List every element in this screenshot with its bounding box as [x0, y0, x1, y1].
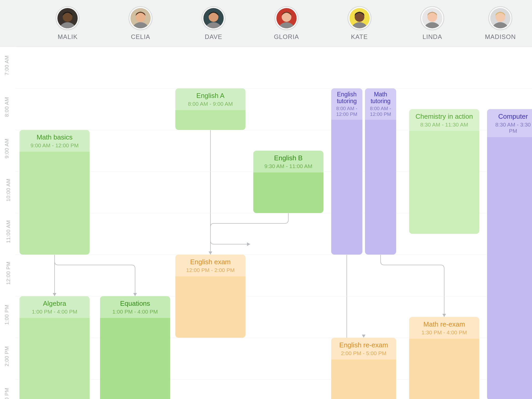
person-name: DAVE [205, 33, 222, 41]
people-header: MALIK CELIA DAVE GLORIA [0, 0, 532, 47]
event-english-b[interactable]: English B9:30 AM - 11:00 AM [253, 151, 323, 213]
event-title: English re-exam [335, 341, 392, 349]
connector-arrowhead [133, 293, 137, 296]
connector-arrowhead [442, 314, 446, 317]
calendar-grid: 7:00 AM8:00 AM9:00 AM10:00 AM11:00 AM12:… [0, 47, 532, 399]
avatar [276, 8, 297, 28]
event-eng-reexam[interactable]: English re-exam2:00 PM - 5:00 PM [331, 338, 396, 399]
person-linda[interactable]: LINDA [396, 6, 469, 41]
connector-arrowhead [53, 293, 56, 296]
person-name: CELIA [131, 33, 150, 41]
event-time: 1:00 PM - 4:00 PM [24, 309, 85, 315]
event-header: Equations1:00 PM - 4:00 PM [100, 296, 170, 318]
person-kate[interactable]: KATE [323, 6, 396, 41]
time-label: 1:00 PM [4, 305, 10, 325]
connector-arrowhead [247, 242, 250, 246]
event-title: Math basics [24, 134, 85, 141]
avatar [203, 8, 224, 28]
person-name: GLORIA [274, 33, 299, 41]
event-body [331, 120, 362, 255]
event-chem-action[interactable]: Chemistry in action8:30 AM - 11:30 AM [409, 109, 479, 234]
avatar-ring [202, 6, 225, 30]
person-celia[interactable]: CELIA [104, 6, 177, 41]
person-gloria[interactable]: GLORIA [250, 6, 323, 41]
event-body [19, 152, 90, 255]
person-madison[interactable]: MADISON [469, 6, 532, 41]
event-header: Chemistry in action8:30 AM - 11:30 AM [409, 109, 479, 131]
person-name: LINDA [422, 33, 442, 41]
event-title: Chemistry in action [413, 113, 475, 121]
time-label: 10:00 AM [5, 178, 11, 202]
person-dave[interactable]: DAVE [177, 6, 250, 41]
event-english-a[interactable]: English A8:00 AM - 9:00 AM [175, 88, 245, 130]
event-body [487, 137, 532, 399]
event-equations[interactable]: Equations1:00 PM - 4:00 PM [100, 296, 170, 399]
event-computer[interactable]: Computer8:30 AM - 3:30 PM [487, 109, 532, 399]
avatar [349, 8, 370, 28]
event-header: Math basics9:00 AM - 12:00 PM [19, 130, 90, 152]
event-time: 12:00 PM - 2:00 PM [179, 267, 241, 273]
event-header: Computer8:30 AM - 3:30 PM [487, 109, 532, 137]
hour-gridline [16, 88, 532, 89]
avatar [57, 8, 78, 28]
person-name: MALIK [58, 33, 78, 41]
connector-arrowhead [362, 335, 365, 338]
hour-gridline [16, 296, 532, 296]
event-body [409, 131, 479, 234]
avatar-ring [420, 6, 444, 30]
event-header: English exam12:00 PM - 2:00 PM [175, 255, 245, 276]
event-time: 9:00 AM - 12:00 PM [24, 142, 85, 149]
event-body [253, 172, 323, 213]
avatar-ring [348, 6, 371, 30]
event-header: English tutoring8:00 AM - 12:00 PM [331, 88, 362, 120]
event-title: Math tutoring [367, 91, 394, 105]
event-body [409, 339, 479, 399]
connector [381, 255, 444, 317]
time-label: 12:00 PM [5, 262, 11, 285]
event-time: 1:00 PM - 4:00 PM [104, 309, 166, 315]
event-title: Algebra [24, 300, 85, 308]
person-malik[interactable]: MALIK [31, 6, 104, 41]
event-body [175, 110, 245, 130]
event-header: Math tutoring8:00 AM - 12:00 PM [365, 88, 396, 120]
avatar-ring [56, 6, 79, 30]
event-header: Algebra1:00 PM - 4:00 PM [19, 296, 90, 318]
hour-gridline [16, 255, 532, 255]
event-time: 8:30 AM - 3:30 PM [491, 122, 532, 134]
event-eng-tutoring[interactable]: English tutoring8:00 AM - 12:00 PM [331, 88, 362, 255]
event-title: English A [179, 92, 241, 100]
time-label: 3:00 PM [4, 388, 10, 399]
event-math-basics[interactable]: Math basics9:00 AM - 12:00 PM [19, 130, 90, 255]
avatar-ring [129, 6, 152, 30]
time-label: 2:00 PM [4, 346, 10, 367]
event-math-tutoring[interactable]: Math tutoring8:00 AM - 12:00 PM [365, 88, 396, 255]
event-english-exam[interactable]: English exam12:00 PM - 2:00 PM [175, 255, 245, 338]
event-title: Equations [104, 300, 166, 308]
event-title: English B [257, 154, 319, 162]
avatar-ring [275, 6, 298, 30]
event-time: 8:00 AM - 12:00 PM [367, 106, 394, 117]
event-title: English tutoring [333, 91, 360, 105]
event-algebra[interactable]: Algebra1:00 PM - 4:00 PM [19, 296, 90, 399]
avatar [130, 8, 151, 28]
time-label: 11:00 AM [5, 220, 11, 243]
connector [210, 130, 250, 244]
event-time: 1:30 PM - 4:00 PM [413, 329, 475, 336]
connector [55, 255, 135, 296]
avatar-ring [488, 6, 512, 30]
event-time: 8:30 AM - 11:30 AM [413, 122, 475, 128]
connector-arrowhead [209, 251, 212, 255]
person-name: KATE [351, 33, 368, 41]
event-time: 9:30 AM - 11:00 AM [257, 163, 319, 169]
time-label: 7:00 AM [4, 55, 10, 75]
person-name: MADISON [485, 33, 516, 41]
avatar [422, 8, 442, 28]
event-header: English re-exam2:00 PM - 5:00 PM [331, 338, 396, 360]
event-body [19, 318, 90, 399]
event-math-reexam[interactable]: Math re-exam1:30 PM - 4:00 PM [409, 317, 479, 399]
event-body [175, 276, 245, 338]
hour-gridline [16, 47, 532, 47]
event-time: 8:00 AM - 9:00 AM [179, 101, 241, 107]
event-title: English exam [179, 258, 241, 266]
event-body [365, 120, 396, 255]
